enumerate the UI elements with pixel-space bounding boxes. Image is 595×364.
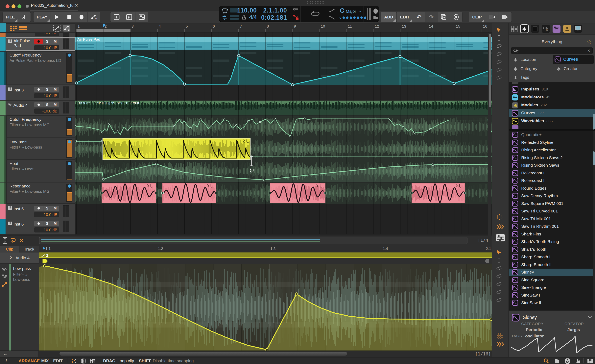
tool-eraser-tool[interactable] [496,289,505,296]
mute-button[interactable]: M [51,206,59,211]
traffic-light-close[interactable] [6,4,9,8]
active-filter-chip[interactable]: Curves [553,55,594,64]
audio-event-icon[interactable] [2,267,7,271]
category-row-impulses[interactable]: Impulses319 [509,86,595,93]
inspector-file-icon[interactable] [554,358,560,364]
solo-button[interactable]: S [43,221,51,226]
editor-ruler[interactable]: 1.11.21.31.42.1 [39,246,492,252]
preset-row[interactable]: Rising Sixteen Saws 2 [509,154,595,162]
automation-lane-header[interactable]: Cutoff FrequencyFilter+ » Low-pass MG [7,116,75,137]
track-header-partial[interactable]: -10.0 dB [6,33,75,37]
info-icon[interactable]: i [6,358,7,363]
preset-row[interactable]: Rollercoast I [509,169,595,177]
filter-category[interactable]: Category [520,66,537,71]
tool-knife-tool[interactable] [496,273,505,280]
piano-keyboard-icon[interactable] [587,358,593,364]
volume-value[interactable]: -10.0 dB [34,227,59,233]
list-view-icon[interactable] [19,26,27,30]
clear-selection-icon[interactable]: × [20,237,23,244]
preset-row[interactable]: Saw Tri Mix 001 [509,215,595,223]
auto-height-icon[interactable] [2,237,7,244]
preset-row[interactable]: Quadratic± [509,131,595,139]
category-row-curves[interactable]: Curves177 [509,109,595,117]
tool-pencil-tool[interactable] [496,265,505,272]
preset-scrollbar-thumb[interactable] [593,151,595,165]
preset-row[interactable]: SineSaw I [509,292,595,299]
editor-canvas[interactable] [39,264,492,350]
lane-active-dot[interactable] [68,185,71,188]
browser-presets-toggle[interactable]: P [542,25,550,33]
preset-row[interactable]: Shark's Tooth Rising [509,238,595,246]
tool-pencil-tool[interactable] [496,43,505,49]
solo-button[interactable]: S [43,206,51,211]
lane-active-dot[interactable] [68,162,71,165]
favorite-star-icon[interactable]: ☆ [587,38,592,45]
editor-playhead-marker[interactable] [42,246,47,250]
consolidate-left-button[interactable] [485,12,498,22]
tab-track[interactable]: Track [20,246,39,252]
automation-lane-header[interactable]: ResonanceFilter+ » Low-pass MG [7,183,75,203]
category-row-modulators[interactable]: Modulators43 [509,93,595,101]
tool-eraser-tool[interactable] [496,67,505,73]
lane-settings-button[interactable] [496,234,506,242]
volume-fader[interactable] [63,33,69,37]
key-section[interactable]: C Major [337,6,364,22]
lane-active-dot[interactable] [68,140,71,143]
editor-lane-name[interactable]: Low-pass [13,266,31,271]
stop-button[interactable] [63,12,75,22]
record-arm-button[interactable] [34,102,43,107]
volume-value[interactable]: -10.0 dB [34,93,59,98]
preset-row[interactable]: Rising Sixteen Saws [509,162,595,169]
expression-icon[interactable] [2,274,7,279]
grid-view-icon[interactable] [10,26,17,31]
track-header[interactable]: Inst 6SM-10.0 dB [6,219,75,234]
snap-grid-icon[interactable] [496,333,505,340]
preset-row[interactable]: Reflected Skyline [509,139,595,146]
tempo-section[interactable]: 110.00 4/4 [239,6,259,22]
preset-row[interactable]: Sine-Square [509,276,595,284]
edit-pencil-button[interactable] [18,12,30,22]
delete-button[interactable] [450,12,462,22]
tool-audition-tool[interactable] [496,297,505,304]
mute-button[interactable]: M [51,39,59,44]
tool-pointer-tool[interactable] [496,27,505,33]
volume-fader[interactable] [63,38,69,49]
clip-slot-header[interactable]: 2 Audio 4 [0,252,39,264]
volume-fader[interactable] [63,102,69,114]
duplicate-button[interactable] [438,12,450,22]
groove-icon[interactable] [71,359,77,364]
consolidate-right-button[interactable] [498,12,511,22]
browser-device-display-toggle[interactable] [574,25,582,33]
tool-pointer-tool[interactable] [496,250,505,256]
layers-section[interactable] [364,6,379,22]
panel-grid-icon[interactable] [511,26,518,32]
play-menu-button[interactable]: PLAY [34,12,51,22]
back-button[interactable]: ← [0,351,39,357]
preset-row[interactable]: Shark Fins [509,230,595,238]
close-project-icon[interactable]: × [75,2,78,8]
volume-value[interactable]: -10.0 dB [34,212,59,217]
punch-section[interactable] [290,6,301,22]
preset-row[interactable]: Round Edges [509,185,595,192]
clip-launcher-icon[interactable] [81,358,86,364]
attach-button[interactable] [123,12,135,22]
tool-object-select-tool[interactable] [496,59,505,65]
layout-edit-button[interactable]: EDIT [53,358,63,363]
track-header-selected[interactable]: Air PulsePadSM-10.0 dB [6,37,75,51]
filter-creator[interactable]: Creator [564,66,578,71]
expand-lanes-icon[interactable] [496,224,505,230]
browser-everything-toggle[interactable] [520,25,528,33]
tool-time-select-tool[interactable] [496,257,505,264]
automation-lane-icon[interactable] [1,282,8,287]
automation-lane-header[interactable]: Cutoff FrequencyAir Pulse Pad » Low-pass… [7,52,75,85]
browser-toggle-icon[interactable] [543,358,549,364]
volume-value[interactable]: -10.0 dB [34,108,59,114]
preset-row[interactable]: Shark's Tooth [509,246,595,253]
category-row-wavetables[interactable]: Wavetables366 [509,117,595,125]
record-button[interactable] [75,12,88,22]
mute-button[interactable]: M [51,87,59,92]
tab-clip[interactable]: Clip [0,246,19,252]
touch-mode-icon[interactable] [575,358,581,364]
lane-active-dot[interactable] [68,54,71,57]
window-drag-handle-dots[interactable] [307,1,325,4]
